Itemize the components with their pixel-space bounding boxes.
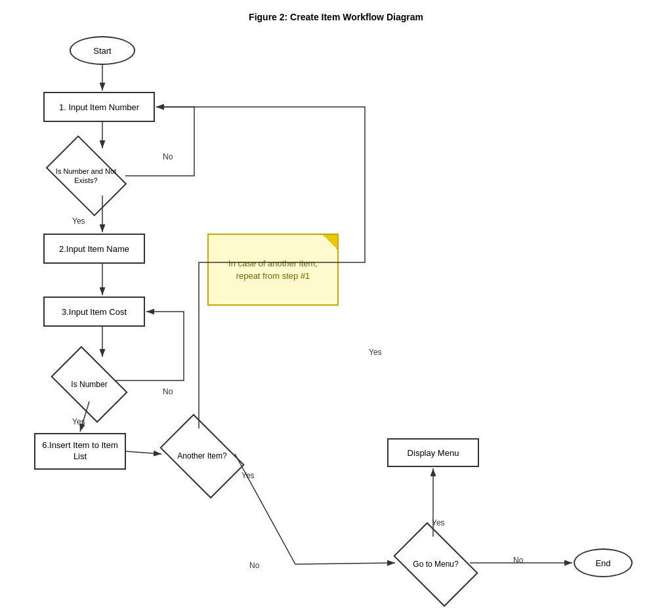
- yes5-label: Yes: [242, 471, 255, 480]
- diagram-container: Figure 2: Create Item Workflow Diagram S…: [0, 0, 672, 616]
- step1-shape: 1. Input Item Number: [43, 92, 155, 122]
- no1-label: No: [163, 152, 173, 161]
- diagram-title: Figure 2: Create Item Workflow Diagram: [0, 12, 672, 22]
- yes3-label: Yes: [369, 348, 382, 357]
- no3-label: No: [249, 561, 259, 570]
- decision2-shape: Is Number: [50, 358, 129, 411]
- yes2-label: Yes: [72, 417, 85, 426]
- no4-label: No: [513, 556, 523, 565]
- note-shape: In case of another item, repeat from ste…: [207, 234, 339, 306]
- step3-shape: 3.Input Item Cost: [43, 297, 145, 327]
- decision3-shape: Another Item?: [163, 430, 242, 482]
- decision1-shape: Is Number and Not Exists?: [47, 150, 125, 202]
- yes1-label: Yes: [72, 216, 85, 226]
- start-shape: Start: [70, 36, 135, 65]
- step6-shape: 6.Insert Item to Item List: [34, 433, 126, 470]
- step2-shape: 2.Input Item Name: [43, 234, 145, 264]
- display-menu-shape: Display Menu: [387, 438, 479, 467]
- no2-label: No: [163, 387, 173, 396]
- svg-line-7: [126, 451, 161, 454]
- end-shape: End: [574, 548, 633, 577]
- decision4-shape: Go to Menu?: [396, 538, 475, 590]
- yes4-label: Yes: [432, 518, 445, 527]
